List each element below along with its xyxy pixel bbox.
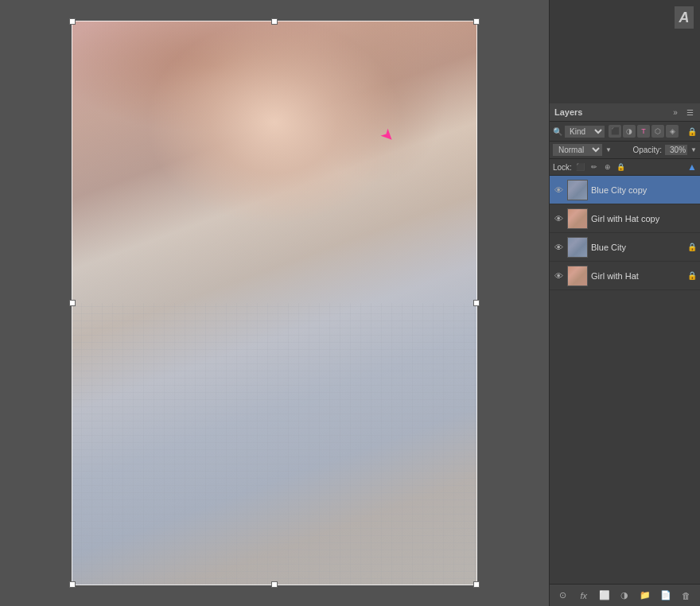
filter-kind-dropdown[interactable]: Kind bbox=[565, 126, 605, 138]
layer-thumbnail-4 bbox=[567, 266, 588, 286]
link-layers-icon[interactable]: ⊙ bbox=[557, 589, 570, 602]
blend-dropdown-arrow: ▼ bbox=[605, 146, 612, 153]
filter-lock-icon[interactable]: 🔒 bbox=[687, 127, 697, 136]
blend-mode-row: Normal ▼ Opacity: ▼ bbox=[550, 142, 700, 159]
visibility-toggle-1[interactable]: 👁 bbox=[553, 185, 564, 196]
opacity-input[interactable] bbox=[665, 145, 687, 155]
filter-type-icons: ⬛ ◑ T ⬡ ◈ bbox=[609, 125, 679, 138]
handle-middle-right[interactable] bbox=[473, 300, 480, 306]
filter-row: 🔍 Kind ⬛ ◑ T ⬡ ◈ 🔒 bbox=[550, 122, 700, 142]
opacity-dropdown-arrow: ▼ bbox=[690, 146, 697, 153]
visibility-toggle-2[interactable]: 👁 bbox=[553, 213, 564, 224]
new-group-icon[interactable]: 📁 bbox=[639, 589, 651, 602]
menu-icon[interactable]: ☰ bbox=[684, 107, 695, 118]
layer-item[interactable]: 👁 Girl with Hat copy bbox=[550, 204, 700, 233]
handle-middle-left[interactable] bbox=[69, 300, 76, 306]
canvas-image-container bbox=[72, 21, 477, 585]
smart-filter-icon[interactable]: ◈ bbox=[666, 125, 679, 138]
handle-top-right[interactable] bbox=[473, 18, 480, 25]
layer-item[interactable]: 👁 Girl with Hat 🔒 bbox=[550, 262, 700, 290]
corner-icon-a: A bbox=[675, 6, 694, 29]
visibility-toggle-3[interactable]: 👁 bbox=[553, 242, 564, 253]
layers-panel-title: Layers bbox=[554, 107, 582, 117]
lock-label: Lock: bbox=[553, 163, 572, 172]
layers-list: 👁 Blue City copy 👁 Girl with Hat copy 👁 … bbox=[550, 176, 700, 584]
new-layer-icon[interactable]: 📄 bbox=[659, 589, 672, 602]
layer-thumbnail-1 bbox=[567, 180, 588, 200]
layer-thumbnail-2 bbox=[567, 208, 588, 229]
layer-lock-icon-3: 🔒 bbox=[687, 243, 697, 251]
fill-group: ▲ bbox=[687, 161, 697, 173]
layers-header-icons: » ☰ bbox=[670, 107, 695, 118]
layer-name-3: Blue City bbox=[591, 243, 684, 252]
layer-name-1: Blue City copy bbox=[591, 185, 697, 195]
handle-top-middle[interactable] bbox=[271, 18, 278, 25]
pixel-filter-icon[interactable]: ⬛ bbox=[609, 125, 621, 138]
lock-position-icon[interactable]: ✏ bbox=[589, 161, 600, 173]
layer-lock-icon-4: 🔒 bbox=[687, 271, 697, 280]
add-mask-icon[interactable]: ⬜ bbox=[598, 589, 611, 602]
lock-icons-group: ⬛ ✏ ⊕ 🔒 bbox=[575, 161, 627, 173]
fill-triangle: ▲ bbox=[687, 161, 697, 173]
top-corner-area: A bbox=[550, 0, 700, 103]
delete-layer-icon[interactable]: 🗑 bbox=[680, 589, 693, 602]
layers-bottom-toolbar: ⊙ fx ⬜ ◑ 📁 📄 🗑 bbox=[550, 584, 700, 606]
lock-artboard-icon[interactable]: ⊕ bbox=[602, 161, 613, 173]
layers-panel: Layers » ☰ 🔍 Kind ⬛ ◑ T ⬡ ◈ 🔒 Nor bbox=[550, 103, 700, 606]
fx-icon[interactable]: fx bbox=[578, 589, 590, 602]
search-icon: 🔍 bbox=[553, 127, 562, 136]
layer-name-4: Girl with Hat bbox=[591, 271, 684, 281]
canvas-area: ➤ bbox=[0, 0, 549, 606]
layers-header: Layers » ☰ bbox=[550, 103, 700, 122]
collapse-icon[interactable]: » bbox=[670, 107, 681, 118]
handle-bottom-right[interactable] bbox=[473, 581, 480, 588]
layer-item[interactable]: 👁 Blue City copy bbox=[550, 176, 700, 204]
layer-name-2: Girl with Hat copy bbox=[591, 214, 697, 223]
lock-row: Lock: ⬛ ✏ ⊕ 🔒 ▲ bbox=[550, 159, 700, 176]
type-filter-icon[interactable]: T bbox=[637, 125, 650, 138]
layer-item[interactable]: 👁 Blue City 🔒 bbox=[550, 233, 700, 262]
lock-all-icon[interactable]: 🔒 bbox=[616, 161, 627, 173]
canvas-background bbox=[0, 0, 549, 606]
lock-pixel-icon[interactable]: ⬛ bbox=[575, 161, 586, 173]
handle-bottom-left[interactable] bbox=[69, 581, 76, 588]
right-panel: A Layers » ☰ 🔍 Kind ⬛ ◑ T ⬡ ◈ 🔒 bbox=[549, 0, 700, 606]
blend-mode-dropdown[interactable]: Normal bbox=[553, 144, 602, 156]
visibility-toggle-4[interactable]: 👁 bbox=[553, 270, 564, 282]
shape-filter-icon[interactable]: ⬡ bbox=[651, 125, 664, 138]
handle-top-left[interactable] bbox=[69, 18, 76, 25]
selection-border bbox=[72, 21, 477, 585]
new-adjustment-icon[interactable]: ◑ bbox=[618, 589, 631, 602]
opacity-label: Opacity: bbox=[632, 146, 662, 154]
handle-bottom-middle[interactable] bbox=[271, 581, 278, 588]
adjustment-filter-icon[interactable]: ◑ bbox=[623, 125, 636, 138]
layer-thumbnail-3 bbox=[567, 237, 588, 258]
